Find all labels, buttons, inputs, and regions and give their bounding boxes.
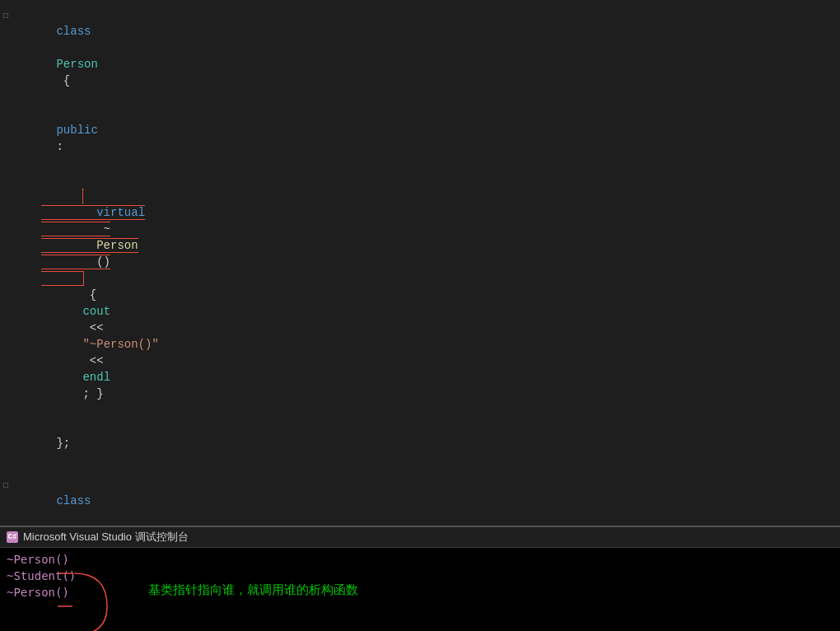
output-line-3: ~Person() [7, 584, 833, 601]
code-editor: □ class Person { public : virtual ~ Pers… [0, 0, 840, 526]
line-content-1: class Person { [12, 7, 837, 105]
console-title: Microsoft Visual Studio 调试控制台 [23, 530, 189, 545]
console-panel: C# Microsoft Visual Studio 调试控制台 ~Person… [0, 526, 840, 631]
code-line-3: virtual ~ Person () { cout << "~Person()… [0, 171, 840, 418]
code-line-4: }; [0, 418, 840, 468]
code-line-2: public : [0, 105, 840, 171]
gutter-1: □ [0, 7, 12, 25]
code-line-6: □ class Student : public Person { [0, 476, 840, 526]
console-annotation: 基类指针指向谁，就调用谁的析构函数 [148, 582, 358, 598]
output-line-1: ~Person() [7, 551, 833, 568]
console-titlebar: C# Microsoft Visual Studio 调试控制台 [0, 527, 840, 548]
line-content-4: }; [12, 418, 837, 468]
line-content-2: public : [12, 105, 837, 171]
output-line-2: ~Student() [7, 568, 833, 584]
gutter-6: □ [0, 477, 12, 494]
console-output: ~Person() ~Student() ~Person() [0, 548, 840, 604]
line-content-3: virtual ~ Person () { cout << "~Person()… [38, 171, 837, 418]
vs-icon: C# [7, 531, 18, 543]
code-line-1: □ class Person { [0, 7, 840, 105]
line-content-6: class Student : public Person { [12, 476, 837, 526]
empty-line-1 [0, 468, 840, 476]
virtual-person-box: virtual ~ Person () [41, 189, 145, 286]
console-content-area: ~Person() ~Student() ~Person() 基类指针指向谁，就… [0, 548, 840, 604]
